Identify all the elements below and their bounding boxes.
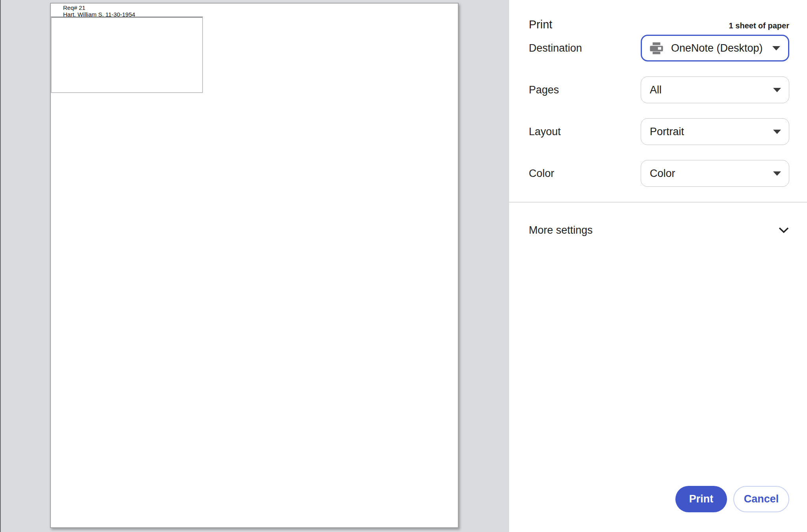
settings-divider: [509, 202, 807, 203]
print-button[interactable]: Print: [675, 486, 727, 512]
pages-value: All: [650, 84, 662, 96]
chevron-down-icon: [773, 88, 781, 92]
color-select[interactable]: Color: [641, 160, 789, 187]
window-left-edge: [0, 0, 1, 532]
color-value: Color: [650, 167, 675, 180]
destination-row: Destination OneNote (Desktop): [529, 35, 789, 61]
layout-row: Layout Portrait: [529, 118, 789, 145]
pages-select[interactable]: All: [641, 76, 789, 103]
pages-row: Pages All: [529, 76, 789, 103]
printer-icon: [649, 42, 664, 54]
layout-select[interactable]: Portrait: [641, 118, 789, 145]
document-header-line1: Req# 21: [63, 4, 135, 11]
chevron-down-icon: [773, 130, 781, 134]
chevron-down-icon: [778, 227, 789, 234]
color-label: Color: [529, 167, 554, 180]
print-settings-panel: Print 1 sheet of paper Destination OneNo…: [509, 0, 807, 532]
dialog-actions: Print Cancel: [675, 486, 789, 512]
destination-select[interactable]: OneNote (Desktop): [641, 35, 789, 61]
chevron-down-icon: [773, 171, 781, 176]
panel-header: Print 1 sheet of paper: [529, 18, 789, 35]
document-empty-box: [51, 17, 203, 93]
layout-value: Portrait: [650, 126, 684, 138]
document-header: Req# 21 Hart, William S. 11-30-1954: [63, 4, 135, 18]
sheet-count-label: 1 sheet of paper: [729, 21, 789, 30]
layout-label: Layout: [529, 126, 561, 138]
destination-label: Destination: [529, 42, 582, 54]
chevron-down-icon: [772, 46, 780, 50]
more-settings-label: More settings: [529, 224, 593, 236]
destination-value: OneNote (Desktop): [671, 42, 763, 54]
color-row: Color Color: [529, 160, 789, 187]
cancel-button[interactable]: Cancel: [733, 486, 789, 512]
preview-page: Req# 21 Hart, William S. 11-30-1954: [50, 3, 459, 528]
page-title: Print: [529, 18, 552, 31]
more-settings-toggle[interactable]: More settings: [529, 221, 789, 239]
pages-label: Pages: [529, 84, 559, 96]
print-preview-area: Req# 21 Hart, William S. 11-30-1954: [0, 0, 509, 532]
